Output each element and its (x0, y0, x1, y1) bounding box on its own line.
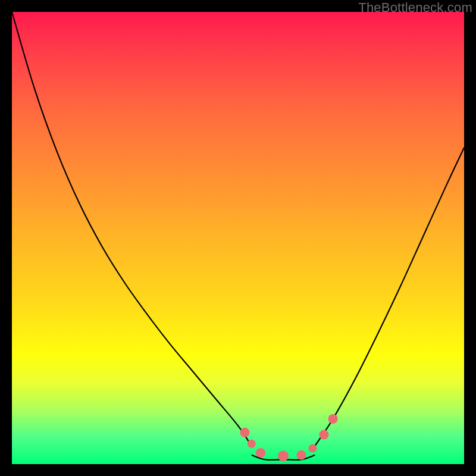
curve-marker (278, 450, 289, 461)
bottleneck-curve (12, 12, 464, 464)
curve-marker (240, 428, 249, 437)
curve-marker (248, 440, 256, 448)
chart-frame: TheBottleneck.com (0, 0, 476, 476)
plot-area (12, 12, 464, 464)
curve-right (315, 148, 464, 446)
curve-markers (240, 414, 337, 461)
curve-marker (308, 444, 317, 452)
curve-marker (319, 430, 328, 440)
curve-left (12, 12, 252, 446)
curve-marker (256, 448, 265, 458)
curve-marker (328, 414, 338, 424)
curve-marker (296, 450, 306, 460)
